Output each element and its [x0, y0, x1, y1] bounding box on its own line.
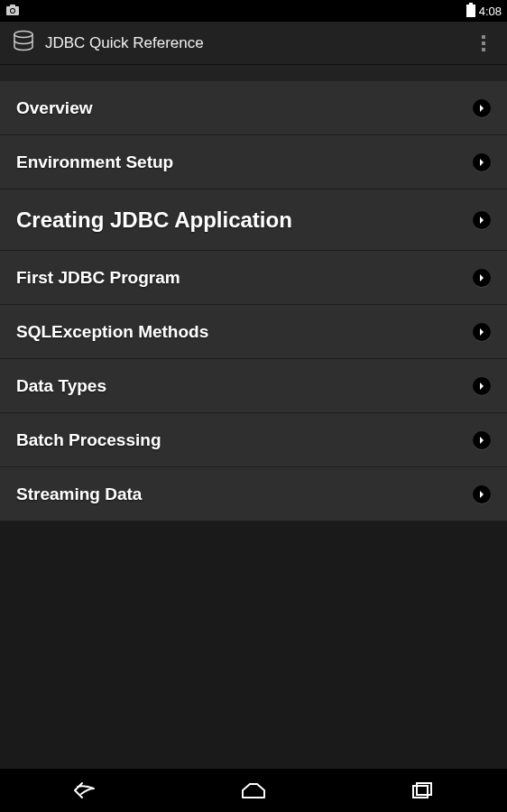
chevron-right-icon [473, 211, 491, 229]
item-label: Streaming Data [16, 484, 473, 504]
recent-apps-button[interactable] [386, 769, 458, 812]
spacer [0, 65, 507, 81]
item-label: Overview [16, 98, 473, 118]
list-item[interactable]: Data Types [0, 359, 507, 413]
battery-icon [466, 5, 475, 17]
list-item[interactable]: Creating JDBC Application [0, 189, 507, 251]
list-item[interactable]: Environment Setup [0, 135, 507, 189]
list-item[interactable]: First JDBC Program [0, 251, 507, 305]
overflow-menu-button[interactable] [471, 25, 496, 61]
item-label: Environment Setup [16, 152, 473, 172]
status-bar: 4:08 [0, 0, 507, 22]
menu-list: OverviewEnvironment SetupCreating JDBC A… [0, 81, 507, 521]
home-button[interactable] [217, 769, 290, 812]
chevron-right-icon [473, 153, 491, 171]
camera-icon [5, 4, 20, 19]
navigation-bar [0, 769, 507, 812]
item-label: First JDBC Program [16, 268, 473, 288]
database-icon [11, 29, 45, 58]
item-label: SQLException Methods [16, 322, 473, 342]
item-label: Creating JDBC Application [16, 208, 473, 233]
list-item[interactable]: SQLException Methods [0, 305, 507, 359]
chevron-right-icon [473, 431, 491, 449]
chevron-right-icon [473, 485, 491, 503]
svg-point-4 [14, 31, 32, 37]
item-label: Data Types [16, 376, 473, 396]
back-button[interactable] [49, 769, 121, 812]
list-item[interactable]: Batch Processing [0, 413, 507, 467]
status-time: 4:08 [479, 5, 502, 18]
item-label: Batch Processing [16, 430, 473, 450]
svg-point-3 [11, 9, 14, 13]
svg-rect-1 [10, 5, 15, 7]
chevron-right-icon [473, 377, 491, 395]
chevron-right-icon [473, 269, 491, 287]
app-title: JDBC Quick Reference [45, 34, 471, 52]
svg-rect-6 [417, 783, 431, 795]
list-item[interactable]: Overview [0, 81, 507, 135]
svg-rect-5 [413, 786, 428, 798]
action-bar: JDBC Quick Reference [0, 22, 507, 65]
chevron-right-icon [473, 323, 491, 341]
chevron-right-icon [473, 99, 491, 117]
list-item[interactable]: Streaming Data [0, 467, 507, 521]
